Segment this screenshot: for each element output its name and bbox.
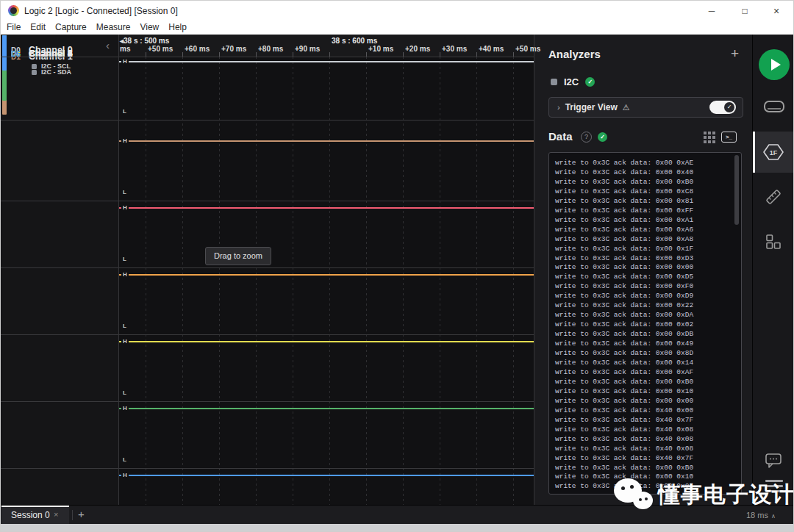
data-row[interactable]: write to 0x3C ack data: 0x00 0xFF [555,206,693,216]
device-icon[interactable] [763,100,785,115]
collapse-panel-icon[interactable]: ‹ [106,39,116,52]
data-row[interactable]: write to 0x3C ack data: 0x00 0xAE [555,159,693,168]
data-row[interactable]: write to 0x3C ack data: 0x00 0x8D [555,349,693,359]
terminal-view-icon[interactable]: >_ [721,132,737,143]
grid-line [146,57,146,505]
measure-ruler-icon[interactable] [765,188,782,206]
data-row[interactable]: write to 0x3C ack data: 0x00 0x49 [555,339,693,349]
tab-divider [72,510,73,520]
data-row[interactable]: write to 0x3C ack data: 0x00 0xDA [555,311,693,320]
data-row-list[interactable]: write to 0x3C ack data: 0x00 0xAEwrite t… [555,159,693,492]
level-low-label: L [121,256,128,262]
channel-panel: D0Channel 0I2C - SCLD1Channel 1I2C - SDA… [1,35,118,505]
waveform-area[interactable]: Drag to zoom HLHLHLHLHLHLH [118,35,534,505]
window-bottom-edge [1,524,793,532]
table-view-icon[interactable] [704,132,715,143]
data-row[interactable]: write to 0x3C ack data: 0x00 0xB0 [555,464,693,473]
data-row[interactable]: write to 0x3C ack data: 0x40 0x7F [555,454,693,464]
data-row[interactable]: write to 0x3C ack data: 0x00 0xD9 [555,292,693,301]
session-tab[interactable]: Session 0 × [1,506,69,525]
feedback-chat-icon[interactable] [765,453,782,468]
drag-to-zoom-button[interactable]: Drag to zoom [205,247,271,265]
data-scrollbar[interactable] [734,155,739,225]
level-high-label: H [121,137,129,144]
grid-line [366,57,367,505]
level-high-label: H [121,338,129,345]
channel-row-d4[interactable]: D4Channel 4 [1,312,118,379]
channel-analyzer-chip[interactable]: I2C - SDA [32,68,71,76]
channel-row-d6[interactable]: D6Channel 6 [1,446,118,483]
data-row[interactable]: write to 0x3C ack data: 0x40 0x00 [555,406,693,416]
data-row[interactable]: write to 0x3C ack data: 0x00 0xD3 [555,254,693,264]
new-session-button[interactable]: + [78,508,85,520]
close-button[interactable]: × [764,1,789,21]
data-row[interactable]: write to 0x3C ack data: 0x00 0x81 [555,197,693,206]
analyzer-ok-icon: ✓ [585,77,595,87]
data-row[interactable]: write to 0x3C ack data: 0x00 0xF0 [555,282,693,292]
data-row[interactable]: write to 0x3C ack data: 0x40 0x08 [555,445,693,454]
lane-separator [1,201,534,201]
channel-row-d2[interactable]: D2Channel 2 [1,179,118,245]
trigger-view-row[interactable]: › Trigger View ⚠ ✓ [548,97,743,118]
channel-row-d3[interactable]: D3Channel 3 [1,245,118,312]
lane-separator [1,468,534,469]
data-row[interactable]: write to 0x3C ack data: 0x40 0x08 [555,435,693,445]
data-row[interactable]: write to 0x3C ack data: 0x00 0x1F [555,245,693,254]
analyzers-title: Analyzers [548,48,601,60]
data-row[interactable]: write to 0x3C ack data: 0x00 0xDB [555,330,693,339]
timeline-start-text: 38 s : 500 ms [124,37,169,45]
timeline-minor-label: +50 ms [515,45,540,53]
minimize-button[interactable]: ─ [699,1,724,21]
close-tab-icon[interactable]: × [54,510,58,519]
timeline-ruler[interactable]: ◂38 s : 500 ms38 s : 600 msms+50 ms+60 m… [118,35,534,57]
add-analyzer-button[interactable]: + [731,46,739,62]
ruler-tick-mark [293,52,293,57]
menu-item-file[interactable]: File [7,21,21,34]
data-row[interactable]: write to 0x3C ack data: 0x00 0x10 [555,387,693,397]
grid-line [513,57,514,505]
data-row[interactable]: write to 0x3C ack data: 0x00 0x14 [555,359,693,368]
help-icon[interactable]: ? [581,132,592,143]
timeline-minor-label: ms [120,45,130,53]
level-high-label: H [121,405,129,411]
menu-item-edit[interactable]: Edit [30,21,46,34]
menu-item-capture[interactable]: Capture [55,21,87,34]
maximize-button[interactable]: □ [732,1,757,21]
grid-line [329,57,330,505]
data-row[interactable]: write to 0x3C ack data: 0x00 0x22 [555,301,693,311]
data-row[interactable]: write to 0x3C ack data: 0x40 0x08 [555,425,693,435]
analyzers-1f-icon[interactable]: 1F [762,143,784,161]
menu-item-measure[interactable]: Measure [96,21,131,34]
grid-line [256,57,257,505]
menu-item-help[interactable]: Help [168,21,187,34]
data-row[interactable]: write to 0x3C ack data: 0x40 0x7F [555,416,693,425]
data-row[interactable]: write to 0x3C ack data: 0x00 0xB0 [555,378,693,387]
ruler-tick-mark [329,52,330,57]
timeline-minor-label: +60 ms [185,45,210,53]
channel-row-d1[interactable]: D1Channel 1I2C - SDA [1,98,118,179]
data-row[interactable]: write to 0x3C ack data: 0x00 0xA1 [555,216,693,226]
data-row[interactable]: write to 0x3C ack data: 0x00 0xA6 [555,226,693,235]
run-capture-button[interactable] [759,49,790,80]
channel-row-d5[interactable]: D5Channel 5 [1,379,118,446]
data-row[interactable]: write to 0x3C ack data: 0x00 0xC8 [555,187,693,197]
data-row[interactable]: write to 0x3C ack data: 0x00 0xD5 [555,273,693,282]
menu-item-view[interactable]: View [140,21,159,34]
data-row[interactable]: write to 0x3C ack data: 0x00 0xA8 [555,235,693,245]
data-row[interactable]: write to 0x3C ack data: 0x00 0x40 [555,168,693,178]
data-row[interactable]: write to 0x3C ack data: 0x00 0x02 [555,320,693,330]
analyzer-item-i2c[interactable]: I2C ✓ [551,76,595,87]
data-row[interactable]: write to 0x3C ack data: 0x00 0x00 [555,397,693,406]
timeline-minor-label: +70 ms [221,45,246,53]
extensions-icon[interactable] [766,234,781,249]
trigger-view-toggle[interactable]: ✓ [709,101,736,114]
data-row[interactable]: write to 0x3C ack data: 0x00 0xAF [555,368,693,378]
expand-icon[interactable]: › [557,103,560,112]
grid-line [440,57,440,505]
wave-right-border [534,35,534,505]
data-row[interactable]: write to 0x3C ack data: 0x00 0x00 [555,263,693,273]
channel-row-d0[interactable]: D0Channel 0I2C - SCL [1,35,118,98]
data-row[interactable]: write to 0x3C ack data: 0x00 0xB0 [555,178,693,187]
lane-separator [1,57,534,57]
lane-separator [1,120,534,121]
